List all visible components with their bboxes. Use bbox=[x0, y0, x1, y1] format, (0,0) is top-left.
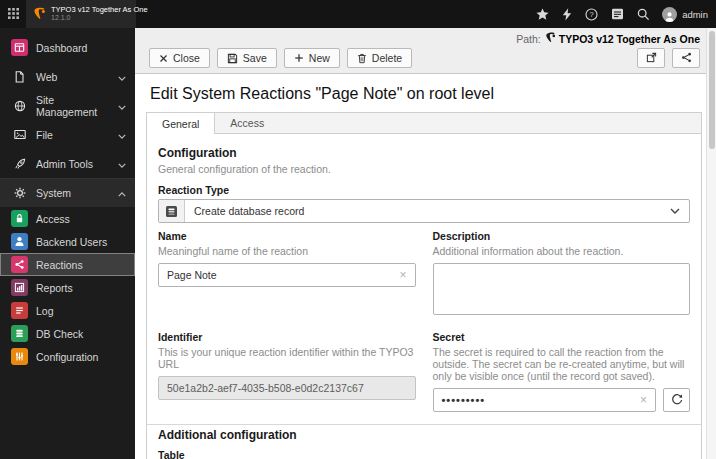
sidebar-item-reactions[interactable]: Reactions bbox=[0, 253, 135, 276]
sidebar-item-web[interactable]: Web bbox=[0, 62, 135, 91]
topbar: TYPO3 v12 Together As One 12.1.0 ? admin bbox=[0, 0, 716, 28]
clear-cache-bolt-icon[interactable] bbox=[562, 8, 572, 21]
new-button[interactable]: New bbox=[284, 48, 340, 68]
content-area: Path: TYPO3 v12 Together As One Close Sa… bbox=[135, 28, 716, 459]
gear-icon bbox=[11, 185, 28, 202]
clear-icon[interactable]: × bbox=[640, 393, 647, 407]
rocket-icon bbox=[11, 155, 28, 172]
database-record-icon bbox=[159, 200, 185, 222]
section-description: General configuration of the reaction. bbox=[158, 163, 690, 175]
sidebar-item-db-check[interactable]: DB Check bbox=[0, 322, 135, 345]
search-icon[interactable] bbox=[637, 8, 650, 21]
record-form: General Access Configuration General con… bbox=[146, 112, 702, 459]
save-button[interactable]: Save bbox=[217, 48, 277, 68]
tab-panel-general: Configuration General configuration of t… bbox=[147, 134, 701, 459]
bookmarks-star-icon[interactable] bbox=[536, 8, 549, 21]
user-menu[interactable]: admin bbox=[662, 0, 716, 28]
sidebar-item-site-management[interactable]: Site Management bbox=[0, 91, 135, 120]
description-label: Description bbox=[433, 230, 691, 242]
name-description: Meaningful name of the reaction bbox=[158, 245, 416, 257]
path-value: TYPO3 v12 Together As One bbox=[545, 32, 700, 45]
sidebar-item-file[interactable]: File bbox=[0, 120, 135, 149]
secret-input[interactable]: ••••••••• × bbox=[433, 388, 657, 412]
sidebar-item-label: Reactions bbox=[36, 259, 83, 271]
sidebar-item-label: System bbox=[36, 187, 71, 199]
system-information-icon[interactable] bbox=[611, 8, 624, 20]
open-in-new-window-icon bbox=[646, 51, 657, 66]
scrollbar-thumb[interactable] bbox=[709, 31, 715, 149]
identifier-label: Identifier bbox=[158, 331, 416, 343]
sidebar-item-configuration[interactable]: Configuration bbox=[0, 345, 135, 368]
regenerate-secret-button[interactable] bbox=[663, 388, 690, 412]
help-icon[interactable]: ? bbox=[585, 8, 598, 21]
lock-icon bbox=[11, 210, 28, 227]
sidebar-item-backend-users[interactable]: Backend Users bbox=[0, 230, 135, 253]
globe-icon bbox=[11, 97, 28, 114]
description-description: Additional information about the reactio… bbox=[433, 245, 691, 257]
sidebar-item-label: File bbox=[36, 129, 53, 141]
secret-description: The secret is required to call the react… bbox=[433, 346, 691, 382]
page-title: Edit System Reactions "Page Note" on roo… bbox=[150, 85, 702, 103]
trash-icon bbox=[357, 53, 367, 64]
document-icon bbox=[11, 68, 28, 85]
chevron-down-icon bbox=[118, 158, 126, 170]
typo3-logo-icon bbox=[545, 32, 556, 45]
close-button[interactable]: Close bbox=[149, 48, 210, 68]
sidebar-item-label: Admin Tools bbox=[36, 158, 93, 170]
chevron-up-icon bbox=[118, 187, 126, 199]
name-input[interactable]: Page Note × bbox=[158, 263, 416, 287]
refresh-icon bbox=[671, 393, 683, 408]
table-label: Table bbox=[158, 449, 690, 459]
sliders-icon bbox=[11, 348, 28, 365]
chart-icon bbox=[11, 279, 28, 296]
dashboard-icon bbox=[11, 39, 28, 56]
brand-area[interactable]: TYPO3 v12 Together As One 12.1.0 bbox=[26, 0, 136, 28]
description-textarea[interactable] bbox=[433, 263, 691, 315]
brand-title: TYPO3 v12 Together As One bbox=[51, 5, 148, 14]
sidebar-item-label: Dashboard bbox=[36, 42, 87, 54]
section-heading-additional: Additional configuration bbox=[158, 428, 690, 442]
plus-icon bbox=[294, 53, 304, 63]
tabbar: General Access bbox=[147, 113, 701, 134]
sidebar-item-system[interactable]: System bbox=[0, 178, 135, 207]
username-label: admin bbox=[682, 9, 708, 20]
path-site-title: TYPO3 v12 Together As One bbox=[559, 33, 700, 45]
sidebar-item-log[interactable]: Log bbox=[0, 299, 135, 322]
vertical-scrollbar[interactable] bbox=[706, 28, 716, 459]
sidebar-item-label: Access bbox=[36, 213, 70, 225]
svg-text:?: ? bbox=[590, 10, 594, 19]
brand-version: 12.1.0 bbox=[51, 14, 148, 23]
reaction-type-select[interactable]: Create database record bbox=[158, 199, 690, 223]
close-icon bbox=[159, 54, 168, 63]
sidebar-item-dashboard[interactable]: Dashboard bbox=[0, 33, 135, 62]
chevron-down-icon bbox=[118, 100, 126, 112]
chevron-down-icon bbox=[118, 71, 126, 83]
sidebar-item-label: Web bbox=[36, 71, 57, 83]
save-icon bbox=[227, 53, 238, 64]
path-label: Path: bbox=[516, 33, 541, 45]
sidebar-item-access[interactable]: Access bbox=[0, 207, 135, 230]
identifier-value: 50e1a2b2-aef7-4035-b508-e0d2c2137c67 bbox=[167, 382, 364, 394]
share-icon bbox=[681, 51, 692, 66]
tab-access[interactable]: Access bbox=[215, 113, 279, 133]
grid-icon bbox=[8, 8, 19, 21]
view-webpage-button[interactable] bbox=[637, 48, 665, 68]
section-heading-configuration: Configuration bbox=[158, 146, 690, 160]
image-icon bbox=[11, 126, 28, 143]
sidebar-item-label: Reports bbox=[36, 282, 73, 294]
sidebar-item-label: Site Management bbox=[36, 94, 110, 118]
tab-general[interactable]: General bbox=[147, 113, 215, 134]
list-icon bbox=[11, 302, 28, 319]
avatar bbox=[662, 7, 677, 22]
delete-button[interactable]: Delete bbox=[347, 48, 412, 68]
clear-icon[interactable]: × bbox=[399, 268, 406, 282]
reaction-type-value: Create database record bbox=[185, 205, 670, 217]
share-nodes-icon bbox=[11, 256, 28, 273]
sidebar-item-reports[interactable]: Reports bbox=[0, 276, 135, 299]
sidebar-item-admin-tools[interactable]: Admin Tools bbox=[0, 149, 135, 178]
share-button[interactable] bbox=[672, 48, 700, 68]
module-menu-toggle-button[interactable] bbox=[0, 0, 26, 28]
chevron-down-icon bbox=[118, 129, 126, 141]
typo3-logo-icon bbox=[33, 7, 46, 22]
name-value: Page Note bbox=[167, 269, 217, 281]
